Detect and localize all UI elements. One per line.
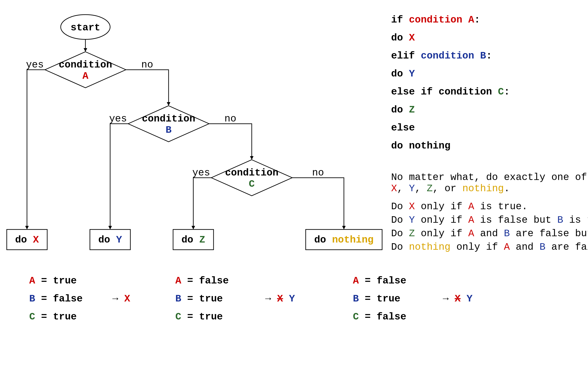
svg-text:yes: yes [26, 59, 43, 70]
svg-text:no: no [312, 167, 324, 179]
svg-text:no: no [141, 59, 153, 70]
svg-text:do Y: do Y [98, 234, 122, 246]
svg-text:condition: condition [225, 167, 278, 179]
svg-text:Do Z only if A and B are false: Do Z only if A and B are false but C is … [391, 228, 588, 239]
svg-text:yes: yes [109, 113, 127, 124]
svg-text:do Y: do Y [391, 68, 415, 79]
svg-text:Do X only if A is true.: Do X only if A is true. [391, 201, 527, 212]
svg-text:else: else [391, 122, 415, 134]
var-b: B [166, 124, 171, 136]
svg-text:A = true: A = true [29, 275, 77, 286]
svg-text:do Z: do Z [391, 104, 415, 115]
start-label: start [71, 22, 100, 33]
svg-text:elif condition B:: elif condition B: [391, 50, 492, 61]
svg-text:do X: do X [15, 234, 39, 246]
svg-text:Do nothing only if A and B are: Do nothing only if A and B are false and… [391, 241, 588, 253]
svg-text:do Z: do Z [181, 234, 205, 246]
svg-text:if condition A:: if condition A: [391, 14, 480, 25]
svg-text:X, Y, Z, or nothing.: X, Y, Z, or nothing. [391, 183, 510, 194]
svg-text:→ X: → X [112, 293, 130, 304]
action-y: do Y [90, 229, 130, 250]
svg-text:no: no [225, 113, 236, 124]
svg-text:do X: do X [391, 32, 415, 44]
svg-text:Do Y only if A is false but B : Do Y only if A is false but B is true. [391, 214, 588, 226]
svg-text:C = true: C = true [175, 311, 223, 322]
svg-text:→ X Y: → X Y [265, 293, 295, 304]
diagram-canvas: start condition A yes no condition B [0, 0, 588, 382]
svg-text:B = true: B = true [353, 293, 400, 304]
var-a: A [83, 70, 88, 82]
svg-text:No matter what, do exactly one: No matter what, do exactly one of [391, 172, 587, 183]
svg-text:A = false: A = false [175, 275, 229, 286]
svg-text:do nothing: do nothing [391, 140, 450, 151]
svg-text:→ X Y: → X Y [443, 293, 473, 304]
svg-text:A = false: A = false [353, 275, 406, 286]
svg-text:B = false: B = false [29, 293, 83, 304]
action-nothing: do nothing [306, 229, 382, 250]
var-c: C [249, 179, 255, 190]
svg-text:condition: condition [59, 59, 112, 70]
svg-text:yes: yes [192, 167, 210, 179]
svg-text:B = true: B = true [175, 293, 223, 304]
svg-text:C = false: C = false [353, 311, 406, 322]
svg-text:do nothing: do nothing [314, 234, 374, 246]
svg-text:else if condition C:: else if condition C: [391, 86, 510, 97]
svg-text:condition: condition [142, 113, 195, 124]
action-x: do X [7, 229, 47, 250]
action-z: do Z [173, 229, 213, 250]
svg-text:C = true: C = true [29, 311, 77, 322]
